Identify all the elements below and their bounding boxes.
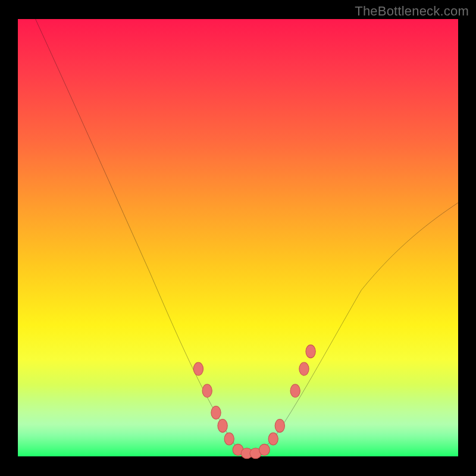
marker: [306, 345, 315, 358]
chart-frame: TheBottleneck.com: [0, 0, 476, 476]
marker: [299, 362, 309, 375]
marker: [202, 384, 212, 397]
marker: [218, 419, 227, 433]
marker: [224, 433, 234, 445]
marker: [290, 384, 300, 397]
marker: [268, 433, 278, 445]
marker: [211, 406, 221, 419]
marker: [193, 362, 203, 375]
marker: [259, 444, 270, 455]
marker: [275, 419, 284, 433]
marker-layer: [18, 19, 458, 456]
attribution-text: TheBottleneck.com: [355, 4, 469, 19]
markers-group: [193, 345, 315, 459]
